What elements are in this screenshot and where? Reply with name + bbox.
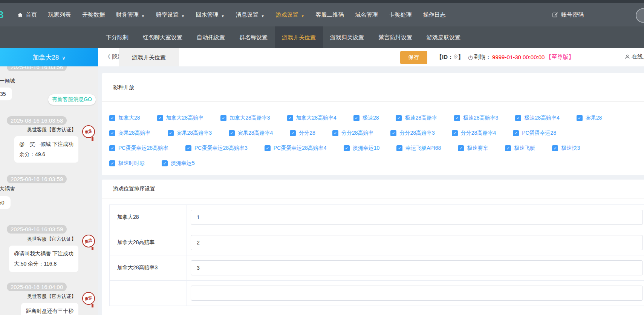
checkbox-label: 分分28	[299, 130, 315, 137]
service-message: 奥世客服【官方认证】奥世@请叫我大祸害 下注成功大:50 余分：116.8	[0, 235, 98, 272]
sort-order-input[interactable]	[191, 286, 643, 301]
checkbox-label: 幸运飞艇API68	[405, 145, 441, 152]
checkbox-checked-icon[interactable]	[168, 130, 174, 136]
checkbox-checked-icon[interactable]	[505, 145, 511, 151]
sort-input-cell	[187, 255, 644, 280]
nav-item-6[interactable]: 回水管理	[196, 11, 225, 18]
lottery-checkbox-PC蛋蛋幸运28高赔率3[interactable]: PC蛋蛋幸运28高赔率3	[185, 145, 248, 152]
subnav-item-5[interactable]: 游戏开关位置	[275, 26, 323, 48]
lottery-checkbox-加拿大28[interactable]: 加拿大28	[109, 115, 140, 121]
nav-item-3[interactable]: 开奖数据	[82, 11, 105, 18]
nav-item-4[interactable]: 财务管理	[116, 11, 145, 18]
checkbox-checked-icon[interactable]	[265, 145, 271, 151]
lottery-checkbox-宾果28高赔率3[interactable]: 宾果28高赔率3	[168, 130, 212, 137]
checkbox-checked-icon[interactable]	[332, 130, 338, 136]
checkbox-label: 加拿大28	[118, 115, 140, 121]
new-service-message-button[interactable]: 有新客服消息GO	[48, 94, 96, 105]
nav-item-5[interactable]: 赔率设置	[156, 11, 185, 18]
checkbox-checked-icon[interactable]	[344, 145, 350, 151]
subnav-item-3[interactable]: 自动托设置	[190, 26, 232, 48]
lottery-checkbox-澳洲幸运10[interactable]: 澳洲幸运10	[344, 145, 380, 152]
subnav-item-8[interactable]: 游戏皮肤设置	[419, 26, 468, 48]
nav-item-9[interactable]: 客服二维码	[316, 11, 344, 18]
checkbox-checked-icon[interactable]	[513, 130, 519, 136]
checkbox-checked-icon[interactable]	[390, 130, 396, 136]
subnav-item-1[interactable]: 下分限制	[99, 26, 136, 48]
checkbox-checked-icon[interactable]	[109, 130, 115, 136]
lottery-checkbox-极速飞艇[interactable]: 极速飞艇	[505, 145, 535, 152]
lottery-checkbox-幸运飞艇API68[interactable]: 幸运飞艇API68	[396, 145, 441, 152]
lottery-checkbox-分分28高赔率3[interactable]: 分分28高赔率3	[390, 130, 434, 137]
checkbox-label: 澳洲幸运10	[353, 145, 380, 152]
checkbox-checked-icon[interactable]	[157, 115, 163, 121]
nav-item-1[interactable]: 首页	[17, 11, 37, 18]
checkbox-checked-icon[interactable]	[287, 115, 293, 121]
subnav-item-7[interactable]: 禁言防封设置	[371, 26, 419, 48]
lottery-checkbox-加拿大28高赔率4[interactable]: 加拿大28高赔率4	[287, 115, 337, 121]
checkbox-label: 极速时时彩	[118, 160, 145, 167]
subnav-item-4[interactable]: 群名称设置	[232, 26, 275, 48]
lottery-checkbox-极速28高赔率[interactable]: 极速28高赔率	[396, 115, 437, 121]
chat-timestamp: 2025-08-16 16:03:59	[7, 175, 67, 183]
lottery-checkbox-加拿大28高赔率[interactable]: 加拿大28高赔率	[157, 115, 204, 121]
nav-item-2[interactable]: 玩家列表	[48, 11, 71, 18]
checkbox-checked-icon[interactable]	[229, 130, 235, 136]
table-row: 加拿大28高赔率3	[110, 255, 644, 281]
lottery-checkbox-极速快3[interactable]: 极速快3	[552, 145, 580, 152]
lottery-checkbox-宾果28高赔率4[interactable]: 宾果28高赔率4	[229, 130, 273, 137]
save-button[interactable]: 保存	[400, 51, 427, 64]
checkbox-checked-icon[interactable]	[452, 130, 458, 136]
lottery-checkbox-PC蛋蛋幸运28高赔率4[interactable]: PC蛋蛋幸运28高赔率4	[265, 145, 327, 152]
lottery-checkbox-澳洲幸运5[interactable]: 澳洲幸运5	[162, 160, 195, 167]
lottery-checkbox-极速28高赔率3[interactable]: 极速28高赔率3	[454, 115, 498, 121]
checkbox-checked-icon[interactable]	[577, 115, 583, 121]
checkbox-checked-icon[interactable]	[162, 160, 168, 166]
lottery-checkbox-分分28[interactable]: 分分28	[290, 130, 315, 137]
lottery-checkbox-分分28高赔率4[interactable]: 分分28高赔率4	[452, 130, 496, 137]
sort-order-input[interactable]	[191, 260, 643, 275]
sidebar-game-selector[interactable]: 加拿大28 ∨	[0, 48, 98, 66]
checkbox-label: 加拿大28高赔率3	[229, 115, 270, 121]
nav-item-11[interactable]: 卡奖处理	[389, 11, 412, 18]
checkbox-checked-icon[interactable]	[353, 115, 359, 121]
checkbox-checked-icon[interactable]	[396, 115, 402, 121]
checkbox-checked-icon[interactable]	[396, 145, 402, 151]
lottery-checkbox-极速28高赔率4[interactable]: 极速28高赔率4	[515, 115, 559, 121]
sort-row-label: 加拿大28	[110, 205, 187, 230]
nav-item-12[interactable]: 操作日志	[423, 11, 446, 18]
checkbox-checked-icon[interactable]	[220, 115, 226, 121]
service-bubble: @请叫我大祸害 下注成功大:50 余分：116.8	[9, 246, 78, 272]
checkbox-checked-icon[interactable]	[290, 130, 296, 136]
checkbox-checked-icon[interactable]	[454, 115, 460, 121]
lottery-checkbox-PC蛋蛋幸运28高赔率[interactable]: PC蛋蛋幸运28高赔率	[109, 145, 168, 152]
checkbox-label: 极速快3	[561, 145, 580, 152]
lottery-checkbox-极速时时彩[interactable]: 极速时时彩	[109, 160, 145, 167]
checkbox-checked-icon[interactable]	[552, 145, 558, 151]
nav-item-7[interactable]: 消息设置	[236, 11, 265, 18]
lottery-checkbox-PC蛋蛋幸运28[interactable]: PC蛋蛋幸运28	[513, 130, 556, 137]
lottery-checkbox-宾果28高赔率[interactable]: 宾果28高赔率	[109, 130, 151, 137]
checkbox-checked-icon[interactable]	[458, 145, 464, 151]
checkbox-checked-icon[interactable]	[515, 115, 521, 121]
checkbox-row: 加拿大28加拿大28高赔率加拿大28高赔率3加拿大28高赔率4极速28极速28高…	[109, 115, 644, 121]
checkbox-checked-icon[interactable]	[185, 145, 191, 151]
nav-item-8[interactable]: 游戏设置	[276, 11, 304, 18]
sort-order-input[interactable]	[191, 235, 643, 250]
checkbox-checked-icon[interactable]	[109, 160, 115, 166]
subnav-item-2[interactable]: 红包聊天室设置	[136, 26, 190, 48]
nav-item-10[interactable]: 域名管理	[355, 11, 378, 18]
lottery-checkbox-分分28高赔率[interactable]: 分分28高赔率	[332, 130, 374, 137]
lottery-checkbox-宾果28[interactable]: 宾果28	[577, 115, 602, 121]
account-password-link[interactable]: 账号密码	[552, 3, 584, 26]
checkbox-label: 宾果28高赔率	[118, 130, 151, 137]
checkbox-checked-icon[interactable]	[109, 115, 115, 121]
tab-game-switch-position[interactable]: 游戏开关位置	[119, 48, 179, 66]
lottery-checkbox-极速28[interactable]: 极速28	[353, 115, 379, 121]
sort-order-input[interactable]	[191, 210, 643, 225]
checkbox-checked-icon[interactable]	[109, 145, 115, 151]
subnav-item-6[interactable]: 游戏归类设置	[323, 26, 371, 48]
lottery-checkbox-极速赛车[interactable]: 极速赛车	[458, 145, 488, 152]
service-bubble-line: 距离封盘还有三十秒	[26, 306, 73, 315]
checkbox-label: 宾果28	[586, 115, 602, 121]
lottery-checkbox-加拿大28高赔率3[interactable]: 加拿大28高赔率3	[220, 115, 270, 121]
